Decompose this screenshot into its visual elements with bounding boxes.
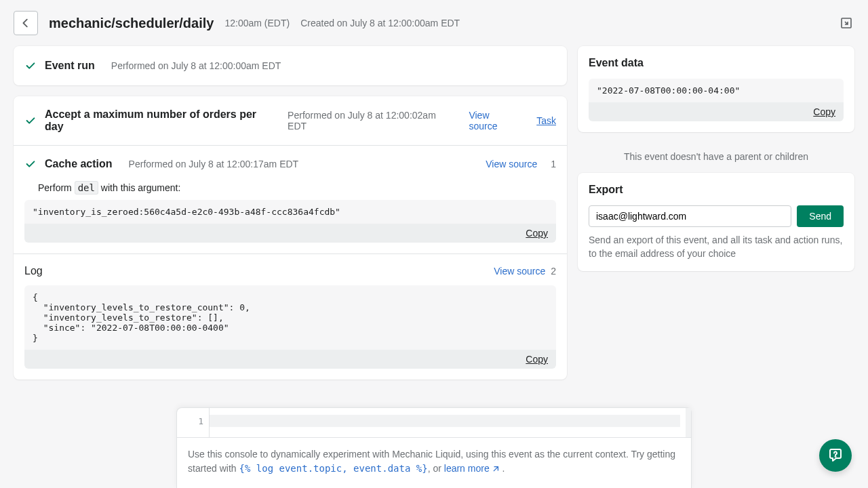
cache-perform-prefix: Perform [38,182,75,193]
header-time: 12:00am (EDT) [224,18,290,28]
task-run-performed: Performed on July 8 at 12:00:02am EDT [288,110,452,131]
arrow-left-icon [20,17,32,29]
external-link-icon [491,465,500,474]
log-body-code: { "inventory_levels_to_restore_count": 0… [24,285,556,350]
export-title: Export [589,184,844,196]
check-icon [24,115,37,127]
cache-count: 1 [551,159,556,169]
chat-help-icon [827,447,844,464]
event-data-body: "2022-07-08T00:00:00-04:00" [589,79,844,102]
console-line[interactable] [210,408,686,437]
task-link[interactable]: Task [536,115,556,126]
back-button[interactable] [14,11,38,35]
event-no-parent: This event doesn't have a parent or chil… [578,143,854,162]
check-icon [24,60,37,72]
expand-icon [840,16,853,30]
event-run-performed: Performed on July 8 at 12:00:00am EDT [111,60,281,71]
console-gutter: 1 [177,408,210,437]
console-editor[interactable]: 1 [177,408,691,438]
console-line-highlight [210,415,680,427]
cache-action-performed: Performed on July 8 at 12:00:17am EDT [129,159,299,169]
cache-copy-button[interactable]: Copy [526,228,548,239]
task-view-source-link[interactable]: View source [469,110,519,131]
event-data-card: Event data "2022-07-08T00:00:00-04:00" C… [578,46,854,132]
expand-button[interactable] [838,15,854,31]
log-title: Log [24,265,43,277]
svg-point-1 [835,456,836,457]
event-run-title: Event run [45,60,95,72]
export-email-input[interactable] [589,205,791,227]
console-panel: 1 Use this console to dynamically experi… [176,407,692,488]
console-scrollbar[interactable] [686,408,691,437]
task-run-title: Accept a maximum number of orders per da… [45,108,271,133]
cache-perform-line: Perform del with this argument: [38,182,556,193]
console-hint: Use this console to dynamically experime… [177,438,691,488]
export-card: Export Send Send an export of this event… [578,173,854,271]
console-hint-code: {% log event.topic, event.data %} [239,463,427,474]
learn-more-link[interactable]: learn more [444,463,500,474]
export-desc: Send an export of this event, and all it… [589,234,844,260]
log-view-source-link[interactable]: View source [494,266,545,277]
cache-view-source-link[interactable]: View source [486,159,537,169]
page-title: mechanic/scheduler/daily [49,16,214,31]
learn-more-label: learn more [444,463,490,474]
cache-perform-op: del [75,181,98,195]
console-hint-suffix: . [500,463,505,474]
console-hint-mid: , or [428,463,444,474]
event-data-title: Event data [589,57,844,69]
event-data-copy-button[interactable]: Copy [813,106,835,117]
help-fab[interactable] [819,439,852,472]
header-created: Created on July 8 at 12:00:00am EDT [300,18,460,28]
event-run-card: Event run Performed on July 8 at 12:00:0… [14,46,567,85]
check-icon [24,158,37,170]
cache-argument-code: "inventory_is_zeroed:560c4a5d-e2c0-493b-… [24,200,556,224]
log-count: 2 [551,266,556,277]
log-copy-button[interactable]: Copy [526,354,548,365]
task-run-card: Accept a maximum number of orders per da… [14,96,567,380]
send-button[interactable]: Send [797,205,844,227]
cache-perform-suffix: with this argument: [98,182,180,193]
cache-action-title: Cache action [45,158,113,170]
